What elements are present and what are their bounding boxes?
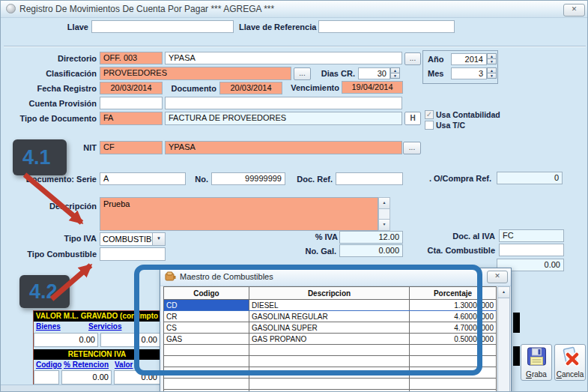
dias-cr-field[interactable]: 30 bbox=[358, 67, 390, 79]
ano-spin-down-icon[interactable]: ▼ bbox=[487, 58, 497, 64]
table-row-empty[interactable] bbox=[164, 345, 497, 356]
cuenta-provision-name-field[interactable] bbox=[165, 97, 402, 109]
cell-porcentaje[interactable]: 0.50000000 bbox=[410, 334, 497, 345]
cell-codigo[interactable]: CS bbox=[164, 322, 249, 334]
ocompra-ref-field[interactable]: 0 bbox=[497, 172, 563, 184]
popup-close-button[interactable]: ✕ bbox=[487, 271, 508, 283]
no-gal-field[interactable]: 0.000 bbox=[339, 244, 403, 257]
tipo-documento-code-field[interactable]: FA bbox=[100, 112, 163, 125]
col-porcentaje[interactable]: Porcentaje bbox=[410, 287, 497, 300]
retencion-valor-field[interactable]: 0.00 bbox=[114, 370, 160, 385]
mes-field[interactable]: 3 bbox=[451, 67, 487, 79]
tipo-combustible-field[interactable] bbox=[100, 247, 166, 261]
llave-input[interactable] bbox=[91, 20, 234, 33]
directorio-label: Directorio bbox=[1, 54, 97, 63]
clasificacion-browse-button[interactable]: ... bbox=[294, 67, 311, 80]
directorio-code-field[interactable]: OFF. 003 bbox=[100, 52, 163, 64]
table-row-empty[interactable] bbox=[164, 367, 497, 379]
table-scrollbar[interactable]: ▲ bbox=[497, 286, 510, 392]
cancela-button[interactable]: Cancela bbox=[554, 344, 586, 381]
mes-spinner[interactable]: ▲ ▼ bbox=[487, 67, 497, 79]
retencion-pct-link[interactable]: % Retencion bbox=[64, 361, 109, 369]
doc-ref-label: Doc. Ref. bbox=[289, 175, 333, 184]
llave-ref-label: Llave de Referencia bbox=[239, 22, 315, 31]
combo-dropdown-icon[interactable]: ▼ bbox=[152, 233, 165, 245]
table-row[interactable]: CD DIESEL 1.30000000 bbox=[164, 300, 497, 311]
table-scroll-up-icon[interactable]: ▲ bbox=[498, 287, 509, 298]
retencion-codigo-link[interactable]: Codigo bbox=[36, 361, 61, 369]
cell-codigo[interactable]: CD bbox=[164, 300, 249, 311]
cell-porcentaje[interactable]: 1.30000000 bbox=[410, 300, 497, 311]
retencion-header: RETENCION IVA bbox=[34, 349, 160, 360]
no-field[interactable]: 99999999 bbox=[211, 172, 285, 185]
tipo-iva-value: COMBUSTIBL bbox=[103, 234, 153, 244]
fecha-documento-field[interactable]: 20/03/2014 bbox=[219, 82, 282, 94]
vencimiento-field[interactable]: 19/04/2014 bbox=[342, 81, 403, 94]
fecha-documento-label: Documento bbox=[166, 84, 216, 93]
ano-field[interactable]: 2014 bbox=[451, 53, 487, 65]
servicios-field[interactable]: 0.00 bbox=[100, 333, 160, 347]
descripcion-scrollbar[interactable]: ▲ ▼ bbox=[378, 197, 390, 231]
dias-spin-down-icon[interactable]: ▼ bbox=[390, 73, 400, 79]
cta-combustible-field[interactable] bbox=[499, 244, 564, 256]
scroll-down-icon[interactable]: ▼ bbox=[379, 219, 390, 230]
cell-codigo[interactable]: CR bbox=[164, 311, 249, 322]
combustibles-window-icon bbox=[165, 271, 176, 282]
cell-descripcion[interactable]: GASOLINA REGULAR bbox=[249, 311, 410, 322]
cuenta-provision-code-field[interactable] bbox=[100, 97, 163, 109]
cell-descripcion[interactable]: GASOLINA SUPER bbox=[249, 322, 410, 334]
mes-label: Mes bbox=[428, 69, 443, 78]
annotation-step-2: 4.2 bbox=[19, 275, 70, 308]
llave-label: Llave bbox=[1, 22, 88, 31]
tipo-iva-combobox[interactable]: COMBUSTIBL ▼ bbox=[100, 232, 166, 246]
serie-field[interactable]: A bbox=[100, 172, 186, 185]
table-row[interactable]: CR GASOLINA REGULAR 4.60000000 bbox=[164, 311, 497, 322]
retencion-codigo-field[interactable] bbox=[34, 370, 59, 385]
descripcion-textarea[interactable]: Prueba bbox=[100, 197, 378, 231]
table-header-row: Codigo Descripcion Porcentaje bbox=[164, 287, 497, 300]
retencion-pct-field[interactable]: 0.00 bbox=[61, 370, 112, 385]
llave-ref-input[interactable] bbox=[318, 20, 455, 33]
nit-code-field[interactable]: CF bbox=[100, 141, 163, 154]
cell-porcentaje[interactable]: 4.60000000 bbox=[410, 311, 497, 322]
window-close-button[interactable]: ✕ bbox=[563, 4, 585, 16]
cell-descripcion[interactable]: DIESEL bbox=[249, 300, 410, 311]
table-row[interactable]: CS GASOLINA SUPER 4.70000000 bbox=[164, 322, 497, 334]
graba-button[interactable]: Graba bbox=[521, 344, 552, 381]
dias-cr-spinner[interactable]: ▲ ▼ bbox=[390, 67, 400, 79]
tipo-combustible-label: Tipo Combustible bbox=[1, 250, 97, 259]
directorio-browse-button[interactable]: ... bbox=[404, 52, 421, 65]
col-descripcion[interactable]: Descripcion bbox=[249, 287, 410, 300]
cell-codigo[interactable]: GAS bbox=[164, 334, 249, 345]
tipo-documento-name-field[interactable]: FACTURA DE PROVEEDORES bbox=[165, 112, 402, 125]
table-row-empty[interactable] bbox=[164, 356, 497, 367]
bienes-link[interactable]: Bienes bbox=[36, 322, 61, 331]
usa-contabilidad-label: Usa Contabilidad bbox=[436, 110, 500, 119]
nit-browse-button[interactable]: ... bbox=[403, 142, 421, 154]
directorio-name-field[interactable]: YPASA bbox=[165, 52, 402, 64]
usa-tc-label: Usa T/C bbox=[436, 121, 465, 130]
fecha-registro-field[interactable]: 20/03/2014 bbox=[100, 82, 163, 94]
table-row-empty[interactable] bbox=[164, 379, 497, 390]
pct-iva-field[interactable]: 12.00 bbox=[339, 231, 403, 244]
ano-spinner[interactable]: ▲ ▼ bbox=[487, 53, 497, 64]
nit-name-field[interactable]: YPASA bbox=[165, 141, 402, 154]
bienes-field[interactable]: 0.00 bbox=[34, 333, 98, 347]
mes-spin-down-icon[interactable]: ▼ bbox=[487, 73, 497, 79]
usa-tc-checkbox[interactable] bbox=[425, 121, 434, 130]
retencion-valor-link[interactable]: Valor bbox=[115, 361, 133, 369]
usa-contabilidad-checkbox[interactable]: ✓ bbox=[425, 110, 434, 119]
doc-al-iva-field[interactable]: FC bbox=[499, 229, 564, 242]
col-codigo[interactable]: Codigo bbox=[164, 287, 249, 300]
h-button[interactable]: H bbox=[404, 112, 421, 125]
tipo-documento-label: Tipo de Documento bbox=[1, 114, 97, 123]
scroll-up-icon[interactable]: ▲ bbox=[379, 198, 390, 209]
table-row-empty[interactable] bbox=[164, 390, 497, 392]
clasificacion-field[interactable]: PROVEEDORES bbox=[100, 67, 291, 80]
table-row[interactable]: GAS GAS PROPANO 0.50000000 bbox=[164, 334, 497, 345]
ocompra-ref-label: . O/Compra Ref. bbox=[416, 174, 491, 183]
servicios-link[interactable]: Servicios bbox=[88, 322, 121, 331]
cell-porcentaje[interactable]: 4.70000000 bbox=[410, 322, 497, 334]
doc-ref-field[interactable] bbox=[336, 172, 403, 185]
cell-descripcion[interactable]: GAS PROPANO bbox=[249, 334, 410, 345]
